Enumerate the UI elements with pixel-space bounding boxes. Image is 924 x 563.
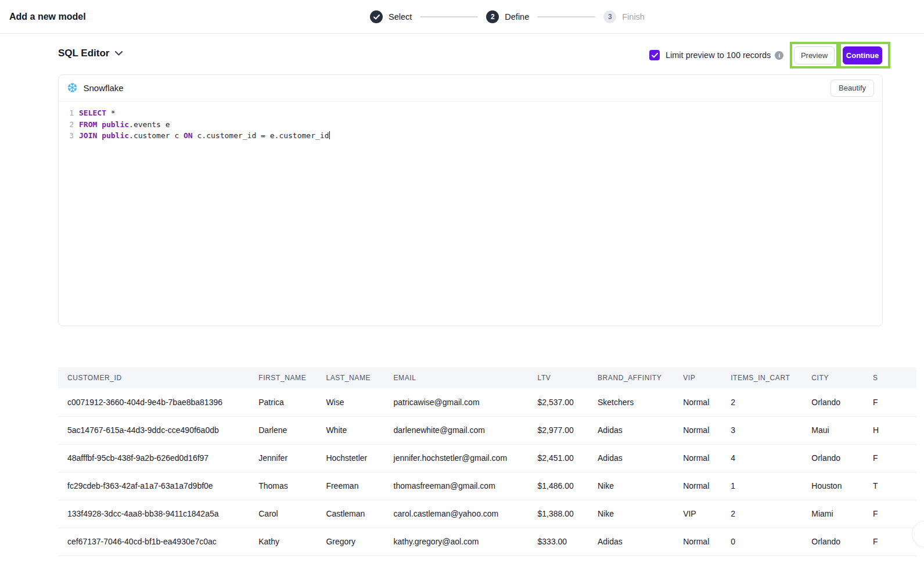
table-cell: Sketchers [588,388,674,416]
column-header: ITEMS_IN_CART [721,367,802,388]
code-token: .customer c [129,131,184,140]
table-cell: $2,451.00 [528,444,588,472]
step-connector [420,16,478,17]
code-token: * [106,109,116,117]
column-header: VIP [674,367,721,388]
table-cell: 133f4928-3dcc-4aa8-bb38-9411c1842a5a [58,500,249,528]
step-select-check-icon [370,10,383,23]
table-cell: Patrica [249,388,317,416]
table-cell: F [864,500,916,528]
limit-preview-checkbox[interactable] [649,50,660,60]
table-cell: Orlando [802,388,864,416]
table-cell: 0 [721,528,802,555]
column-header: EMAIL [384,367,528,388]
top-bar: Add a new model Select 2 Define 3 Finish [0,0,924,34]
table-cell: Adidas [588,528,674,555]
sql-code-lines: 1SELECT *2FROM public.events e3JOIN publ… [59,107,882,142]
step-connector [537,16,595,17]
table-cell: Freeman [317,472,384,500]
chevron-down-icon [115,51,123,56]
step-finish-number: 3 [603,10,616,23]
column-header: LTV [528,367,588,388]
code-token [97,131,102,140]
table-cell: Jennifer [249,444,317,472]
column-header: FIRST_NAME [249,367,317,388]
table-cell: fc29cdeb-f363-42af-a1a7-63a1a7d9bf0e [58,472,249,500]
sql-code-editor[interactable]: 1SELECT *2FROM public.events e3JOIN publ… [59,102,882,142]
table-cell: Castleman [317,500,384,528]
step-define[interactable]: 2 Define [486,10,529,23]
beautify-button[interactable]: Beautify [830,80,874,97]
code-token: JOIN [79,131,97,140]
table-row: 133f4928-3dcc-4aa8-bb38-9411c1842a5aCaro… [58,500,916,528]
step-finish-label: Finish [622,12,645,21]
continue-button[interactable]: Continue [843,46,882,64]
table-cell: Miami [802,500,864,528]
step-select-label: Select [389,12,412,21]
code-token [97,120,102,129]
table-cell: $1,388.00 [528,500,588,528]
table-cell: Carol [249,500,317,528]
column-header: LAST_NAME [317,367,384,388]
code-token: .events e [129,120,170,129]
table-row: 48afffbf-95cb-438f-9a2b-626ed0d16f97Jenn… [58,444,916,472]
table-cell: Normal [674,416,721,444]
table-cell: c0071912-3660-404d-9e4b-7bae8ba81396 [58,388,249,416]
table-row: c0071912-3660-404d-9e4b-7bae8ba81396Patr… [58,388,916,416]
code-token: FROM [79,120,97,129]
code-token: public [102,120,129,129]
code-token: public [102,131,129,140]
table-cell: 48afffbf-95cb-438f-9a2b-626ed0d16f97 [58,444,249,472]
table-cell: White [317,416,384,444]
table-cell: jennifer.hochstetler@gmail.com [384,444,528,472]
table-cell: 4 [721,444,802,472]
column-header: S [864,367,916,388]
table-cell: VIP [674,500,721,528]
step-select[interactable]: Select [370,10,412,23]
table-cell: 3 [721,416,802,444]
sql-editor-dropdown[interactable]: SQL Editor [58,44,123,63]
code-line: 2FROM public.events e [59,119,882,131]
table-cell: Nike [588,500,674,528]
code-text: FROM public.events e [74,119,170,131]
table-cell: kathy.gregory@aol.com [384,528,528,555]
table-cell: $2,537.00 [528,388,588,416]
table-cell: $2,977.00 [528,416,588,444]
step-define-number: 2 [486,10,499,23]
table-cell: F [864,444,916,472]
table-cell: Orlando [802,444,864,472]
table-row: fc29cdeb-f363-42af-a1a7-63a1a7d9bf0eThom… [58,472,916,500]
table-cell: Adidas [588,444,674,472]
limit-preview-label: Limit preview to 100 records [666,50,771,60]
table-cell: Darlene [249,416,317,444]
info-icon[interactable]: i [775,51,783,60]
table-cell: carol.castleman@yahoo.com [384,500,528,528]
preview-button[interactable]: Preview [794,46,835,64]
table-row: cef67137-7046-40cd-bf1b-ea4930e7c0acKath… [58,528,916,555]
line-number: 1 [59,107,74,119]
text-cursor [329,131,330,139]
table-cell: Normal [674,444,721,472]
table-cell: H [864,416,916,444]
code-line: 3JOIN public.customer c ON c.customer_id… [59,130,882,142]
page-title: Add a new model [9,0,86,34]
table-cell: Maui [802,416,864,444]
table-cell: 2 [721,500,802,528]
line-number: 2 [59,119,74,131]
table-cell: Kathy [249,528,317,555]
table-cell: $1,486.00 [528,472,588,500]
sql-editor-dropdown-label: SQL Editor [58,48,109,59]
table-header-row: CUSTOMER_IDFIRST_NAMELAST_NAMEEMAILLTVBR… [58,367,916,388]
column-header: CUSTOMER_ID [58,367,249,388]
code-text: SELECT * [74,107,116,119]
wizard-stepper: Select 2 Define 3 Finish [370,0,645,34]
table-cell: Gregory [317,528,384,555]
table-cell: thomasfreeman@gmail.com [384,472,528,500]
table-cell: 5ac14767-615a-44d3-9ddc-cce490f6a0db [58,416,249,444]
table-cell: darlenewhite@gmail.com [384,416,528,444]
table-cell: patricawise@gmail.com [384,388,528,416]
line-number: 3 [59,130,74,142]
step-finish: 3 Finish [603,10,645,23]
sql-panel-header: ❆ Snowflake Beautify [59,75,882,102]
table-cell: Hochstetler [317,444,384,472]
